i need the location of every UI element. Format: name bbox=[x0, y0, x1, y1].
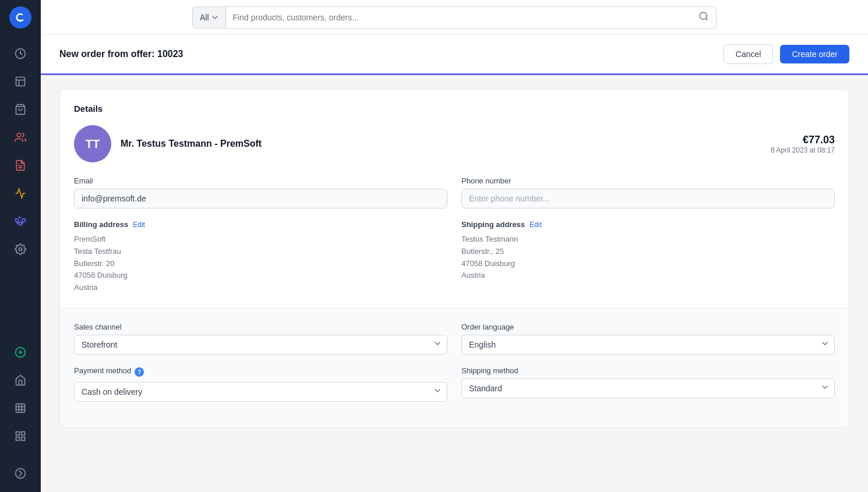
shipping-method-group: Shipping method Standard bbox=[461, 366, 835, 402]
search-filter-button[interactable]: All bbox=[193, 7, 226, 28]
search-icon bbox=[698, 11, 709, 22]
sidebar-item-table[interactable] bbox=[8, 395, 33, 421]
billing-address-section: Billing address Edit PremSoft Testa Test… bbox=[74, 220, 447, 294]
sidebar-item-add[interactable] bbox=[8, 339, 33, 365]
shipping-address-section: Shipping address Edit Testus Testmann Bu… bbox=[461, 220, 835, 294]
shipping-address-edit[interactable]: Edit bbox=[530, 221, 542, 229]
content-area: Details TT Mr. Testus Testmann - PremSof… bbox=[41, 75, 868, 492]
customer-left: TT Mr. Testus Testmann - PremSoft bbox=[74, 125, 262, 162]
shipping-address-line-2: Butlerstr., 25 bbox=[461, 246, 835, 258]
order-language-group: Order language English bbox=[461, 323, 835, 355]
app-logo[interactable] bbox=[9, 6, 32, 29]
phone-field[interactable] bbox=[461, 189, 835, 208]
sidebar-item-settings[interactable] bbox=[8, 236, 33, 262]
sidebar-item-collapse[interactable] bbox=[8, 461, 33, 486]
svg-rect-19 bbox=[22, 437, 25, 441]
sidebar-item-customers[interactable] bbox=[8, 125, 33, 150]
billing-address-edit[interactable]: Edit bbox=[133, 221, 145, 229]
payment-method-label: Payment method bbox=[74, 366, 131, 375]
search-input[interactable] bbox=[226, 7, 691, 28]
svg-rect-17 bbox=[22, 432, 25, 436]
shipping-method-wrapper: Standard bbox=[461, 378, 835, 398]
email-field[interactable] bbox=[74, 189, 447, 208]
payment-method-select[interactable]: Cash on delivery bbox=[74, 382, 447, 402]
billing-address-line-5: Austria bbox=[74, 282, 447, 294]
sidebar-item-orders[interactable] bbox=[8, 69, 33, 94]
svg-point-1 bbox=[16, 17, 18, 19]
main-content: All New order from offer: 10023 Cancel C… bbox=[41, 0, 868, 492]
order-date: 8 April 2023 at 08:17 bbox=[771, 146, 835, 154]
payment-help-icon[interactable]: ? bbox=[135, 367, 144, 377]
order-language-wrapper: English bbox=[461, 335, 835, 355]
details-section: Details TT Mr. Testus Testmann - PremSof… bbox=[60, 90, 849, 308]
sidebar-item-products[interactable] bbox=[8, 97, 33, 122]
header-actions: Cancel Create order bbox=[724, 44, 849, 64]
svg-point-21 bbox=[700, 12, 707, 19]
sales-channel-select[interactable]: Storefront bbox=[74, 335, 447, 355]
topbar: All bbox=[41, 0, 868, 35]
sidebar-item-dashboard[interactable] bbox=[8, 41, 33, 66]
channel-language-row: Sales channel Storefront Order language bbox=[74, 323, 835, 355]
sales-channel-group: Sales channel Storefront bbox=[74, 323, 447, 355]
order-language-select[interactable]: English bbox=[461, 335, 835, 355]
shipping-address-line-4: Austria bbox=[461, 270, 835, 282]
page-header: New order from offer: 10023 Cancel Creat… bbox=[41, 35, 868, 75]
sidebar-item-storefront[interactable] bbox=[8, 367, 33, 393]
billing-address-line-4: 47058 Duisburg bbox=[74, 270, 447, 282]
customer-name: Mr. Testus Testmann - PremSoft bbox=[121, 139, 262, 149]
search-filter-label: All bbox=[200, 13, 209, 22]
sidebar-item-grid[interactable] bbox=[8, 423, 33, 449]
svg-point-5 bbox=[17, 133, 21, 137]
svg-rect-15 bbox=[16, 404, 25, 413]
phone-label: Phone number bbox=[461, 176, 835, 185]
order-language-label: Order language bbox=[461, 323, 835, 331]
svg-point-0 bbox=[9, 6, 31, 29]
email-group: Email bbox=[74, 176, 447, 208]
customer-row: TT Mr. Testus Testmann - PremSoft €77.03… bbox=[74, 125, 835, 162]
svg-point-20 bbox=[16, 469, 26, 479]
details-card: Details TT Mr. Testus Testmann - PremSof… bbox=[59, 89, 849, 428]
cancel-button[interactable]: Cancel bbox=[724, 44, 774, 64]
sidebar bbox=[0, 0, 41, 492]
avatar: TT bbox=[74, 125, 111, 162]
shipping-address-heading: Shipping address Edit bbox=[461, 220, 835, 229]
billing-address-line-3: Butlerstr. 20 bbox=[74, 258, 447, 270]
sidebar-item-marketing[interactable] bbox=[8, 180, 33, 206]
phone-group: Phone number bbox=[461, 176, 835, 208]
shipping-address-line-3: 47058 Duisburg bbox=[461, 258, 835, 270]
search-button[interactable] bbox=[691, 11, 716, 23]
customer-amount: €77.03 8 April 2023 at 08:17 bbox=[771, 134, 835, 154]
sales-channel-section: Sales channel Storefront Order language bbox=[60, 308, 849, 427]
chevron-down-icon bbox=[211, 14, 218, 21]
contact-form-row: Email Phone number bbox=[74, 176, 835, 208]
payment-method-group: Payment method ? Cash on delivery bbox=[74, 366, 447, 402]
svg-rect-8 bbox=[16, 219, 19, 222]
sales-channel-wrapper: Storefront bbox=[74, 335, 447, 355]
create-order-button[interactable]: Create order bbox=[780, 45, 849, 63]
shipping-method-select[interactable]: Standard bbox=[461, 378, 835, 398]
sidebar-item-reports[interactable] bbox=[8, 153, 33, 178]
svg-rect-9 bbox=[22, 219, 25, 222]
shipping-address-label: Shipping address bbox=[461, 220, 525, 229]
svg-rect-3 bbox=[16, 77, 25, 86]
billing-address-line-1: PremSoft bbox=[74, 233, 447, 246]
search-container: All bbox=[192, 6, 717, 29]
details-title: Details bbox=[74, 104, 835, 114]
billing-address-heading: Billing address Edit bbox=[74, 220, 447, 229]
svg-rect-18 bbox=[16, 437, 20, 441]
payment-method-wrapper: Cash on delivery bbox=[74, 382, 447, 402]
payment-shipping-row: Payment method ? Cash on delivery bbox=[74, 366, 835, 402]
page-title: New order from offer: 10023 bbox=[59, 49, 184, 59]
svg-point-11 bbox=[19, 248, 22, 251]
email-label: Email bbox=[74, 176, 447, 185]
address-row: Billing address Edit PremSoft Testa Test… bbox=[74, 220, 835, 294]
sales-channel-label: Sales channel bbox=[74, 323, 447, 331]
shipping-address-line-1: Testus Testmann bbox=[461, 233, 835, 246]
svg-rect-16 bbox=[16, 432, 20, 436]
order-amount: €77.03 bbox=[771, 134, 835, 146]
billing-address-label: Billing address bbox=[74, 220, 128, 229]
shipping-method-label: Shipping method bbox=[461, 366, 835, 375]
sidebar-item-integrations[interactable] bbox=[8, 208, 33, 234]
billing-address-line-2: Testa Testfrau bbox=[74, 246, 447, 258]
payment-label-row: Payment method ? bbox=[74, 366, 447, 378]
